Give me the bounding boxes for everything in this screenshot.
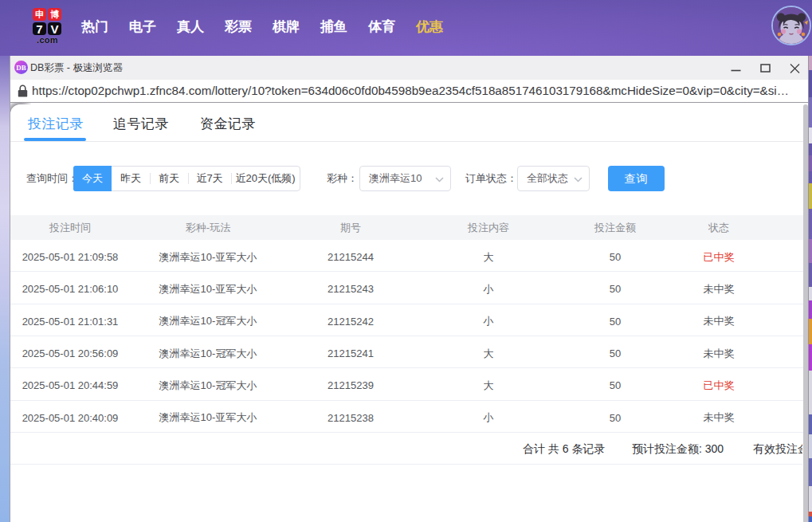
query-button[interactable]: 查询: [608, 166, 665, 191]
maximize-button[interactable]: [753, 56, 777, 80]
time-filter-label: 查询时间：: [26, 166, 78, 191]
chevron-down-icon: [435, 177, 444, 183]
logo-badge-1: 申: [33, 8, 46, 21]
cell-status: 未中奖: [669, 314, 769, 328]
table-row: 2025-05-01 20:56:09 澳洲幸运10-冠军大小 21215241…: [10, 336, 808, 368]
browser-titlebar: DB DB彩票 - 极速浏览器: [10, 56, 808, 80]
page-edge-tile: [809, 239, 812, 263]
page-edge-tile: [809, 344, 812, 371]
cell-bet-content: 大: [415, 250, 562, 265]
nav-item-live[interactable]: 真人: [167, 18, 214, 36]
table-header: 投注时间 彩种-玩法 期号 投注内容 投注金额 状态: [10, 215, 808, 240]
cell-bet-time: 2025-05-01 20:56:09: [10, 347, 130, 359]
page-edge-tile: [809, 183, 812, 209]
table-row: 2025-05-01 20:40:09 澳洲幸运10-亚军大小 21215238…: [10, 401, 808, 433]
cell-issue: 21215239: [286, 379, 415, 391]
time-option-yesterday[interactable]: 昨天: [112, 167, 150, 190]
cell-bet-content: 大: [415, 347, 562, 361]
cell-bet-content: 大: [415, 379, 562, 393]
header-status: 状态: [669, 221, 769, 235]
lottery-select-value: 澳洲幸运10: [369, 167, 422, 190]
nav-item-fishing[interactable]: 捕鱼: [310, 18, 358, 36]
url-input[interactable]: https://ctop02pchwp1.zfnc84.com/lottery/…: [32, 80, 806, 102]
page-edge-tile: [809, 97, 812, 128]
time-option-20days[interactable]: 近20天(低频): [231, 167, 300, 190]
scrollbar-thumb[interactable]: [803, 104, 808, 522]
cell-bet-time: 2025-05-01 21:01:31: [10, 316, 130, 328]
cell-bet-time: 2025-05-01 21:06:10: [10, 283, 130, 295]
cell-issue: 21215241: [286, 347, 415, 359]
cell-bet-time: 2025-05-01 21:09:58: [10, 251, 130, 263]
tab-chase-records[interactable]: 追号记录: [113, 104, 169, 142]
nav-item-promos[interactable]: 优惠: [406, 18, 453, 36]
page-edge-tile: [809, 414, 812, 434]
cell-bet-amount: 50: [562, 316, 669, 328]
time-option-7days[interactable]: 近7天: [188, 167, 231, 190]
minimize-icon: [731, 63, 741, 73]
nav-item-sports[interactable]: 体育: [358, 18, 406, 36]
cell-status: 已中奖: [669, 379, 769, 393]
nav-item-chess[interactable]: 棋牌: [262, 18, 310, 36]
summary-total-count: 合计 共 6 条记录: [523, 433, 605, 465]
window-title: DB彩票 - 极速浏览器: [30, 56, 123, 80]
logo-letter-v: V: [48, 22, 61, 35]
page-edge-tile: [809, 458, 812, 486]
browser-urlbar: https://ctop02pchwp1.zfnc84.com/lottery/…: [10, 80, 808, 103]
site-logo[interactable]: 申 博 7 V .com: [33, 8, 62, 45]
cell-game-play: 澳洲幸运10-冠军大小: [130, 379, 286, 393]
time-range-group: 今天 昨天 前天 近7天 近20天(低频): [73, 166, 300, 191]
tab-fund-records[interactable]: 资金记录: [200, 104, 256, 142]
lottery-select[interactable]: 澳洲幸运10: [359, 166, 451, 191]
page-edge-tile: [809, 319, 812, 344]
page-edge-tile: [809, 287, 812, 300]
cell-issue: 21215244: [286, 251, 415, 263]
table-row: 2025-05-01 21:09:58 澳洲幸运10-亚军大小 21215244…: [10, 240, 808, 272]
header-game-play: 彩种-玩法: [130, 221, 286, 235]
lock-icon: [18, 84, 28, 101]
table-summary: 合计 共 6 条记录 预计投注金额: 300 有效投注金额: 300: [10, 433, 802, 465]
time-option-day-before[interactable]: 前天: [150, 167, 188, 190]
time-option-today[interactable]: 今天: [73, 166, 112, 191]
header-issue: 期号: [286, 221, 415, 235]
page-edge-tile: [809, 371, 812, 414]
cell-status: 已中奖: [669, 250, 769, 265]
page-edge-tile: [809, 516, 812, 522]
logo-letter-7: 7: [33, 22, 46, 35]
nav-item-slots[interactable]: 电子: [119, 18, 167, 36]
browser-favicon: DB: [14, 61, 28, 74]
cell-bet-amount: 50: [562, 283, 669, 295]
cell-bet-time: 2025-05-01 20:44:59: [10, 379, 130, 391]
close-button[interactable]: [783, 56, 806, 80]
cell-bet-content: 小: [415, 314, 562, 328]
nav-item-hot[interactable]: 热门: [71, 18, 119, 36]
page-edge-tile: [809, 300, 812, 319]
maximize-icon: [760, 63, 771, 73]
table-body: 2025-05-01 21:09:58 澳洲幸运10-亚军大小 21215244…: [10, 240, 808, 433]
header-bet-content: 投注内容: [415, 221, 562, 235]
site-topbar: 申 博 7 V .com 热门 电子 真人 彩票 棋牌 捕鱼 体育 优惠: [0, 0, 812, 56]
cell-status: 未中奖: [669, 410, 769, 425]
logo-suffix: .com: [33, 35, 62, 45]
lottery-filter-label: 彩种：: [327, 166, 358, 191]
header-bet-amount: 投注金额: [562, 221, 669, 235]
active-tab-underline: [24, 138, 86, 141]
nav-item-lottery[interactable]: 彩票: [214, 18, 262, 36]
tab-bet-records[interactable]: 投注记录: [28, 104, 84, 142]
page-edge-tile: [809, 70, 812, 97]
header-bet-time: 投注时间: [10, 221, 130, 235]
chevron-down-icon: [574, 177, 583, 183]
minimize-button[interactable]: [724, 56, 747, 80]
summary-valid-amount: 有效投注金额: 300: [753, 433, 802, 465]
record-card: 投注记录 追号记录 资金记录 查询时间： 今天 昨天 前天 近7天 近20天(低…: [10, 104, 808, 522]
page-edge-tiles: [809, 56, 812, 522]
filter-bar: 查询时间： 今天 昨天 前天 近7天 近20天(低频) 彩种： 澳洲幸运10: [10, 166, 808, 191]
cell-bet-content: 小: [415, 282, 562, 296]
cell-bet-amount: 50: [562, 379, 669, 391]
cell-bet-amount: 50: [562, 347, 669, 359]
close-icon: [790, 63, 800, 73]
browser-window: DB DB彩票 - 极速浏览器: [10, 56, 809, 522]
user-avatar[interactable]: [771, 6, 811, 45]
page-edge-tile: [809, 155, 812, 171]
cell-status: 未中奖: [669, 282, 769, 296]
order-status-select[interactable]: 全部状态: [517, 166, 590, 191]
